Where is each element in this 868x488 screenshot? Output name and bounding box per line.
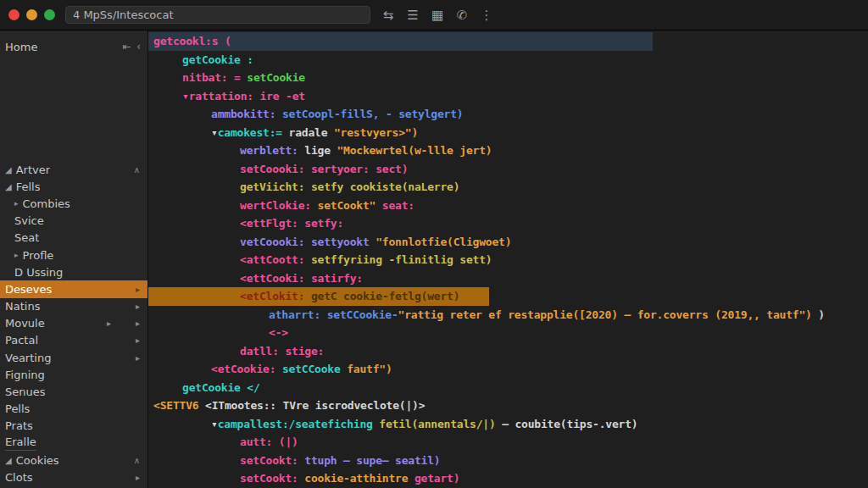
code-line[interactable]: wertClokie: setCookt" seat: bbox=[148, 197, 868, 215]
code-line[interactable]: getViicht: setfy cookiste(naLerre) bbox=[148, 178, 868, 197]
sidebar-item-senues[interactable]: Senues bbox=[0, 383, 147, 400]
sidebar-item-seat[interactable]: Seat bbox=[0, 230, 147, 247]
sidebar-item-pells[interactable]: Pells bbox=[0, 401, 147, 418]
code-line[interactable]: datll: stige: bbox=[148, 342, 868, 361]
code-line[interactable]: autt: (|) bbox=[148, 433, 868, 452]
sidebar-item-home[interactable]: Home ⇤‹ bbox=[0, 30, 147, 56]
sidebar-item-label: Deseves bbox=[5, 283, 52, 296]
code-token: setCookt: bbox=[240, 472, 304, 485]
code-line[interactable]: <attCoott: setffyriing -flinitlig sett) bbox=[148, 251, 868, 269]
main-area: Home ⇤‹ ◢Artver∧◢Fells▸CombiesSviceSeat▸… bbox=[0, 30, 868, 488]
code-line[interactable]: ammbokitt: setCoopl-fillS, - setylgert) bbox=[148, 105, 868, 124]
sidebar-item-label: Fells bbox=[16, 180, 41, 193]
code-line[interactable]: setCookt: ttuph — supe— seatil) bbox=[148, 452, 868, 470]
code-line[interactable]: getCookie : bbox=[148, 51, 868, 69]
code-token: setCCooke bbox=[282, 363, 347, 375]
code-token: </ bbox=[247, 381, 259, 394]
sidebar-item-label: Movule bbox=[5, 317, 45, 330]
code-line[interactable]: ▾campallest:/seatefiching fetil(annental… bbox=[148, 415, 868, 434]
sidebar-item-label: Pells bbox=[5, 402, 30, 415]
code-line[interactable]: setCoooki: sertyoer: sect) bbox=[148, 160, 868, 179]
code-token: ) bbox=[818, 308, 825, 321]
code-line[interactable]: <-> bbox=[148, 324, 868, 342]
address-bar[interactable]: 4 MpSs/Intescocat bbox=[65, 6, 370, 24]
sidebar-item-natins[interactable]: Natins▸ bbox=[0, 298, 147, 315]
code-line[interactable]: ▾camokest:= radale "restvyers>") bbox=[148, 124, 868, 142]
sidebar-item-label: Eralle bbox=[5, 435, 36, 451]
app-window: 4 MpSs/Intescocat ⇆☰▦✆⋮ Home ⇤‹ ◢Artver∧… bbox=[0, 0, 868, 488]
code-token: ttuph — supe— seatil) bbox=[304, 454, 440, 467]
phone-icon[interactable]: ✆ bbox=[454, 8, 470, 23]
home-label: Home bbox=[5, 41, 37, 53]
code-line[interactable]: atharrt: setCCookie-"rattig reter ef res… bbox=[148, 306, 868, 324]
sidebar-item-prats[interactable]: Prats bbox=[0, 418, 147, 435]
code-line[interactable]: getcookl:s ( bbox=[148, 32, 868, 51]
code-line[interactable]: werblett: lige "Mockewrtel(w-llle jert) bbox=[148, 141, 868, 160]
arrow-icon: ▸ bbox=[14, 251, 19, 259]
sidebar-item-clots[interactable]: Clots▸ bbox=[0, 469, 147, 485]
code-token: setCookt: bbox=[240, 454, 304, 467]
minimize-window-button[interactable] bbox=[26, 9, 37, 20]
sidebar-item-combies[interactable]: ▸Combies bbox=[0, 195, 147, 212]
sidebar-item-deseves[interactable]: Deseves▸ bbox=[0, 280, 147, 297]
sidebar-item-artver[interactable]: ◢Artver∧ bbox=[0, 161, 147, 178]
code-line[interactable]: <ettCooki: satirfy: bbox=[148, 269, 868, 288]
sidebar-item-profle[interactable]: ▸Profle bbox=[0, 247, 147, 263]
toolbar-icons: ⇆☰▦✆⋮ bbox=[381, 8, 494, 23]
close-window-button[interactable] bbox=[8, 9, 19, 20]
code-token: seat: bbox=[382, 199, 415, 212]
code-token: fetil(annentals/|) bbox=[379, 418, 502, 430]
code-lines: getcookl:s (getCookie :nitbat: = setCook… bbox=[148, 32, 868, 488]
code-line[interactable]: <etClokit: getC cookie-fetlg(wert) bbox=[148, 287, 868, 306]
arrow-icon: ▸ bbox=[136, 336, 140, 345]
code-line[interactable]: <ettFlgt: setfy: bbox=[148, 214, 868, 233]
code-token: <etClokit: bbox=[240, 290, 311, 302]
undo-redo-icon[interactable]: ⇆ bbox=[381, 8, 396, 23]
back-icon[interactable]: ‹ bbox=[136, 41, 141, 53]
code-token: <attCoott: bbox=[240, 253, 311, 266]
code-line[interactable]: nitbat: = setCookie bbox=[148, 69, 868, 87]
code-token: getcookl:s ( bbox=[153, 35, 231, 47]
code-token: settyookt bbox=[311, 236, 376, 248]
tri-icon: ◢ bbox=[5, 456, 12, 465]
zoom-window-button[interactable] bbox=[44, 9, 55, 20]
sidebar-item-eralle[interactable]: Eralle bbox=[0, 435, 147, 452]
code-token: lige bbox=[304, 144, 337, 157]
code-token: — coubite(tips-.vert) bbox=[502, 418, 637, 430]
collapse-left-icon[interactable]: ⇤ bbox=[122, 41, 131, 53]
sidebar-item-svice[interactable]: Svice bbox=[0, 213, 147, 230]
code-line[interactable]: <etCookie: setCCooke fautf") bbox=[148, 360, 868, 379]
code-token: setCookie bbox=[247, 71, 305, 84]
code-token: sertyoer: sect) bbox=[311, 163, 408, 175]
list-icon[interactable]: ☰ bbox=[405, 8, 420, 23]
code-token: radale bbox=[289, 126, 334, 139]
code-token: <ettCooki: bbox=[240, 272, 311, 285]
code-token: getC cookie-fetlg(wert) bbox=[311, 290, 459, 302]
kebab-menu-icon[interactable]: ⋮ bbox=[479, 8, 494, 23]
code-token: wertClokie: bbox=[240, 199, 318, 212]
calendar-icon[interactable]: ▦ bbox=[430, 8, 445, 23]
sidebar-item-movule[interactable]: Movule▸▸ bbox=[0, 315, 147, 332]
code-editor[interactable]: getcookl:s (getCookie :nitbat: = setCook… bbox=[148, 30, 868, 488]
code-line[interactable]: ▾rattation: ire -et bbox=[148, 87, 868, 106]
address-text: 4 MpSs/Intescocat bbox=[73, 8, 174, 21]
sidebar-item-cookies[interactable]: ◢Cookies∧ bbox=[0, 452, 147, 469]
code-token: <ettFlgt: bbox=[240, 217, 304, 230]
code-line[interactable]: <SETTV6 <ITmootes:: TVre iscrodveclote(|… bbox=[148, 396, 868, 415]
code-line[interactable]: getCookie </ bbox=[148, 379, 868, 397]
sidebar-item-figning[interactable]: Figning bbox=[0, 366, 147, 383]
sidebar-item-pactal[interactable]: Pactal▸ bbox=[0, 332, 147, 349]
code-token: setCookt" bbox=[318, 199, 382, 212]
sidebar-item-vearting[interactable]: Vearting▸ bbox=[0, 349, 147, 366]
sidebar-item-d-ussing[interactable]: D Ussing bbox=[0, 263, 147, 280]
sidebar-item-label: Combies bbox=[23, 197, 70, 210]
sidebar-item-fells[interactable]: ◢Fells bbox=[0, 178, 147, 195]
window-controls bbox=[8, 9, 55, 20]
code-token: autt: bbox=[240, 435, 279, 448]
code-line[interactable]: setCookt: cookie-atthintre getart) bbox=[148, 469, 868, 488]
sidebar-items: ◢Artver∧◢Fells▸CombiesSviceSeat▸ProfleD … bbox=[0, 161, 147, 486]
code-token: <ITmootes:: TVre iscrodveclote(|)> bbox=[205, 399, 425, 412]
code-line[interactable]: vetCoooki: settyookt "fonnlotfie(Cligwoe… bbox=[148, 233, 868, 252]
chevron-up-icon: ∧ bbox=[134, 456, 140, 465]
code-token: getViicht: bbox=[240, 180, 311, 193]
